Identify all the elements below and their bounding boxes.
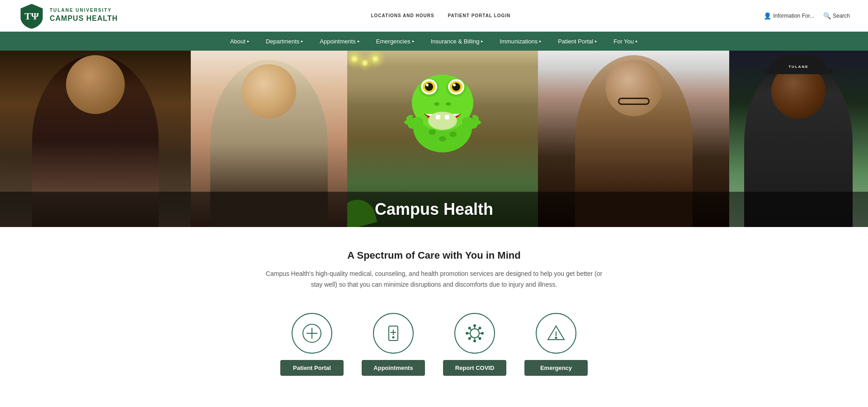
svg-point-33 [393,336,394,338]
appointments-arrow-icon: ▸ [358,39,360,43]
svg-point-44 [469,327,471,329]
svg-point-20 [439,136,446,142]
report-covid-label[interactable]: Report COVID [443,360,506,376]
about-arrow-icon: ▸ [247,39,250,43]
appointments-label[interactable]: Appointments [362,360,425,376]
nav-for-you[interactable]: For You ▸ [605,32,646,51]
svg-point-50 [469,337,471,339]
top-bar: ΤΨ TULANE UNIVERSITY CAMPUS HEALTH LOCAT… [0,0,868,32]
svg-point-19 [449,132,457,137]
logo-text: TULANE UNIVERSITY CAMPUS HEALTH [50,7,118,24]
content-body: Campus Health's high-quality medical, co… [262,269,606,290]
nav-insurance-billing[interactable]: Insurance & Billing ▸ [423,32,492,51]
patient-portal-icon-circle [292,313,332,354]
person-icon: 👤 [764,12,771,19]
nav-appointments[interactable]: Appointments ▸ [311,32,368,51]
svg-point-18 [429,129,436,135]
svg-point-48 [479,327,481,329]
emergency-label[interactable]: Emergency [524,360,588,376]
nav-departments[interactable]: Departments ▸ [258,32,311,51]
tulane-shield-logo: ΤΨ [18,2,45,29]
content-heading: A Spectrum of Care with You in Mind [262,250,606,261]
svg-point-9 [425,83,433,91]
quick-link-appointments[interactable]: Appointments [362,313,425,376]
virus-icon [464,322,486,344]
quick-link-emergency[interactable]: Emergency [524,313,588,376]
svg-point-12 [453,84,456,86]
report-covid-icon-circle [454,313,495,354]
nav-immunizations[interactable]: Immunizations ▸ [491,32,550,51]
svg-point-53 [556,337,557,338]
hero-overlay: Campus Health [0,192,868,227]
svg-point-46 [479,337,481,339]
patient-portal-arrow-icon: ▸ [595,39,597,43]
search-area[interactable]: 🔍 Search [823,12,850,19]
top-links: LOCATIONS AND HOURS PATIENT PORTAL LOGIN [371,13,510,18]
quick-links-section: Patient Portal Appointments [0,299,868,398]
for-you-arrow-icon: ▸ [636,39,638,43]
emergencies-arrow-icon: ▸ [412,39,415,43]
quick-link-report-covid[interactable]: Report COVID [443,313,506,376]
patient-portal-label[interactable]: Patient Portal [280,360,344,376]
locations-hours-link[interactable]: LOCATIONS AND HOURS [371,13,434,18]
info-for-dropdown[interactable]: 👤 Information For... [764,12,814,19]
svg-point-10 [452,83,460,91]
phone-cross-icon [382,322,404,344]
appointments-icon-circle [373,313,414,354]
content-section: A Spectrum of Care with You in Mind Camp… [0,227,868,295]
warning-icon [545,322,567,344]
svg-point-36 [474,325,476,327]
nav-about[interactable]: About ▸ [222,32,258,51]
hero-title: Campus Health [8,200,860,219]
departments-arrow-icon: ▸ [301,39,303,43]
nav-patient-portal[interactable]: Patient Portal ▸ [550,32,605,51]
search-icon: 🔍 [823,12,831,19]
cross-icon [301,322,323,344]
svg-point-11 [426,84,429,86]
svg-text:ΤΨ: ΤΨ [24,10,39,22]
quick-link-patient-portal[interactable]: Patient Portal [280,313,344,376]
patient-portal-login-link[interactable]: PATIENT PORTAL LOGIN [448,13,511,18]
insurance-billing-arrow-icon: ▸ [481,39,483,43]
svg-rect-16 [436,115,440,119]
top-right-area: 👤 Information For... 🔍 Search [764,12,850,19]
logo-area[interactable]: ΤΨ TULANE UNIVERSITY CAMPUS HEALTH [18,2,118,29]
svg-point-42 [481,332,483,334]
main-nav: About ▸ Departments ▸ Appointments ▸ Eme… [0,32,868,51]
frog-mascot-svg [404,64,481,155]
svg-point-40 [466,332,468,334]
emergency-icon-circle [536,313,576,354]
svg-point-13 [434,102,439,106]
svg-point-15 [428,112,457,130]
immunizations-arrow-icon: ▸ [539,39,542,43]
hero-section: TULANE Campus Health [0,51,868,227]
svg-rect-17 [445,115,449,119]
svg-point-38 [474,340,476,342]
nav-emergencies[interactable]: Emergencies ▸ [368,32,423,51]
svg-point-14 [446,102,451,106]
